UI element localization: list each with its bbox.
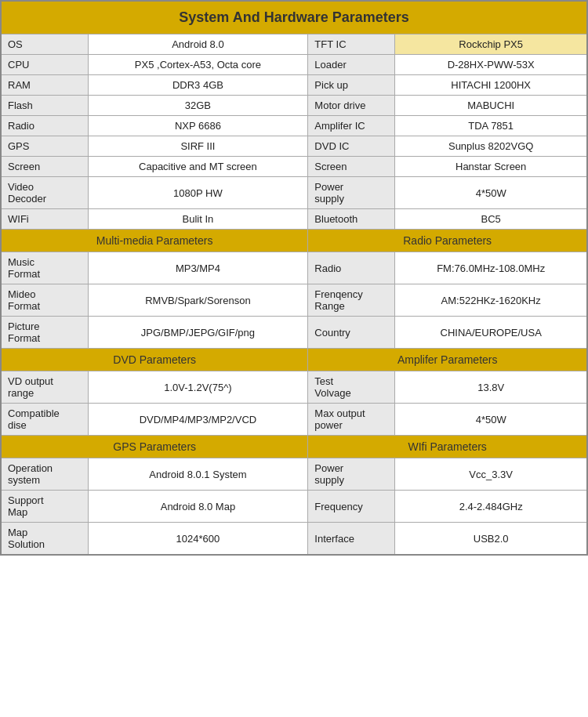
value-radio-param: FM:76.0MHz-108.0MHz bbox=[395, 252, 587, 284]
label-wifi: WIFi bbox=[1, 209, 88, 230]
label-gps: GPS bbox=[1, 136, 88, 157]
multimedia-row-0: Music Format MP3/MP4 Radio FM:76.0MHz-10… bbox=[1, 252, 587, 284]
label-radio: Radio bbox=[1, 116, 88, 136]
value-radio: NXP 6686 bbox=[88, 116, 308, 136]
multimedia-header-row: Multi-media Parameters Radio Parameters bbox=[1, 230, 587, 252]
value-flash: 32GB bbox=[88, 96, 308, 116]
value-music-format: MP3/MP4 bbox=[88, 252, 308, 284]
label-screen: Screen bbox=[1, 157, 88, 177]
dvd-header: DVD Parameters bbox=[1, 349, 308, 371]
wifi-header: WIfi Parameters bbox=[308, 436, 587, 458]
gps-row-1: Support Map Android 8.0 Map Frequency 2.… bbox=[1, 491, 587, 523]
value-map-solution: 1024*600 bbox=[88, 523, 308, 556]
label-ram: RAM bbox=[1, 75, 88, 96]
value-frequency-wifi: 2.4-2.484GHz bbox=[395, 491, 587, 523]
value-operation-system: Android 8.0.1 System bbox=[88, 458, 308, 491]
value-interface: USB2.0 bbox=[395, 523, 587, 556]
dvd-header-row: DVD Parameters Amplifer Parameters bbox=[1, 349, 587, 371]
value-tft-ic: Rockchip PX5 bbox=[395, 34, 587, 55]
value-motordrive: MABUCHI bbox=[395, 96, 587, 116]
value-video-decoder: 1080P HW bbox=[88, 177, 308, 209]
system-row-2: RAM DDR3 4GB Pick up HITACHI 1200HX bbox=[1, 75, 587, 96]
label-map-solution: Map Solution bbox=[1, 523, 88, 556]
amplifer-header: Amplifer Parameters bbox=[308, 349, 587, 371]
label-power-supply: Power supply bbox=[308, 177, 395, 209]
label-country: Country bbox=[308, 317, 395, 349]
label-operation-system: Operation system bbox=[1, 458, 88, 491]
radio-header: Radio Parameters bbox=[308, 230, 587, 252]
value-mideo-format: RMVB/Spark/Sorenson bbox=[88, 284, 308, 317]
label-pickup: Pick up bbox=[308, 75, 395, 96]
label-bluetooth: Bluetooth bbox=[308, 209, 395, 230]
value-os: Android 8.0 bbox=[88, 34, 308, 55]
dvd-row-1: Compatible dise DVD/MP4/MP3/MP2/VCD Max … bbox=[1, 404, 587, 436]
label-os: OS bbox=[1, 34, 88, 55]
value-max-output: 4*50W bbox=[395, 404, 587, 436]
label-test-voltage: Test Volvage bbox=[308, 371, 395, 404]
gps-row-2: Map Solution 1024*600 Interface USB2.0 bbox=[1, 523, 587, 556]
value-loader: D-28HX-PWW-53X bbox=[395, 55, 587, 75]
value-power-supply-gps: Vcc_3.3V bbox=[395, 458, 587, 491]
multimedia-row-1: Mideo Format RMVB/Spark/Sorenson Frenqen… bbox=[1, 284, 587, 317]
label-screen2: Screen bbox=[308, 157, 395, 177]
value-wifi: Bulit In bbox=[88, 209, 308, 230]
value-pickup: HITACHI 1200HX bbox=[395, 75, 587, 96]
value-test-voltage: 13.8V bbox=[395, 371, 587, 404]
title-row: System And Hardware Parameters bbox=[1, 1, 587, 34]
label-video-decoder: Video Decoder bbox=[1, 177, 88, 209]
value-vd-output: 1.0V-1.2V(75^) bbox=[88, 371, 308, 404]
system-row-6: Screen Capacitive and MT screen Screen H… bbox=[1, 157, 587, 177]
value-country: CHINA/EUROPE/USA bbox=[395, 317, 587, 349]
system-row-5: GPS SIRF III DVD IC Sunplus 8202VGQ bbox=[1, 136, 587, 157]
label-vd-output: VD output range bbox=[1, 371, 88, 404]
value-gps: SIRF III bbox=[88, 136, 308, 157]
dvd-row-0: VD output range 1.0V-1.2V(75^) Test Volv… bbox=[1, 371, 587, 404]
label-frequency-range: Frenqency Range bbox=[308, 284, 395, 317]
label-frequency-wifi: Frequency bbox=[308, 491, 395, 523]
multimedia-row-2: Picture Format JPG/BMP/JEPG/GIF/png Coun… bbox=[1, 317, 587, 349]
label-mideo-format: Mideo Format bbox=[1, 284, 88, 317]
label-compatible-disc: Compatible dise bbox=[1, 404, 88, 436]
label-music-format: Music Format bbox=[1, 252, 88, 284]
value-amplifer-ic: TDA 7851 bbox=[395, 116, 587, 136]
gps-header: GPS Parameters bbox=[1, 436, 308, 458]
label-tft-ic: TFT IC bbox=[308, 34, 395, 55]
label-loader: Loader bbox=[308, 55, 395, 75]
label-cpu: CPU bbox=[1, 55, 88, 75]
main-table: System And Hardware Parameters OS Androi… bbox=[0, 0, 588, 556]
system-row-7: Video Decoder 1080P HW Power supply 4*50… bbox=[1, 177, 587, 209]
value-screen2: Hanstar Screen bbox=[395, 157, 587, 177]
value-frequency-range: AM:522HKz-1620KHz bbox=[395, 284, 587, 317]
label-dvd-ic: DVD IC bbox=[308, 136, 395, 157]
value-ram: DDR3 4GB bbox=[88, 75, 308, 96]
label-amplifer-ic: Amplifer IC bbox=[308, 116, 395, 136]
page-title: System And Hardware Parameters bbox=[1, 1, 587, 34]
value-support-map: Android 8.0 Map bbox=[88, 491, 308, 523]
label-support-map: Support Map bbox=[1, 491, 88, 523]
system-row-1: CPU PX5 ,Cortex-A53, Octa core Loader D-… bbox=[1, 55, 587, 75]
label-motordrive: Motor drive bbox=[308, 96, 395, 116]
label-power-supply-gps: Power supply bbox=[308, 458, 395, 491]
label-max-output: Max output power bbox=[308, 404, 395, 436]
value-dvd-ic: Sunplus 8202VGQ bbox=[395, 136, 587, 157]
gps-header-row: GPS Parameters WIfi Parameters bbox=[1, 436, 587, 458]
label-picture-format: Picture Format bbox=[1, 317, 88, 349]
value-screen: Capacitive and MT screen bbox=[88, 157, 308, 177]
value-cpu: PX5 ,Cortex-A53, Octa core bbox=[88, 55, 308, 75]
label-interface: Interface bbox=[308, 523, 395, 556]
system-row-3: Flash 32GB Motor drive MABUCHI bbox=[1, 96, 587, 116]
label-flash: Flash bbox=[1, 96, 88, 116]
value-picture-format: JPG/BMP/JEPG/GIF/png bbox=[88, 317, 308, 349]
gps-row-0: Operation system Android 8.0.1 System Po… bbox=[1, 458, 587, 491]
system-row-4: Radio NXP 6686 Amplifer IC TDA 7851 bbox=[1, 116, 587, 136]
system-row-8: WIFi Bulit In Bluetooth BC5 bbox=[1, 209, 587, 230]
value-power-supply: 4*50W bbox=[395, 177, 587, 209]
value-bluetooth: BC5 bbox=[395, 209, 587, 230]
system-row-0: OS Android 8.0 TFT IC Rockchip PX5 bbox=[1, 34, 587, 55]
multimedia-header: Multi-media Parameters bbox=[1, 230, 308, 252]
value-compatible-disc: DVD/MP4/MP3/MP2/VCD bbox=[88, 404, 308, 436]
label-radio-param: Radio bbox=[308, 252, 395, 284]
